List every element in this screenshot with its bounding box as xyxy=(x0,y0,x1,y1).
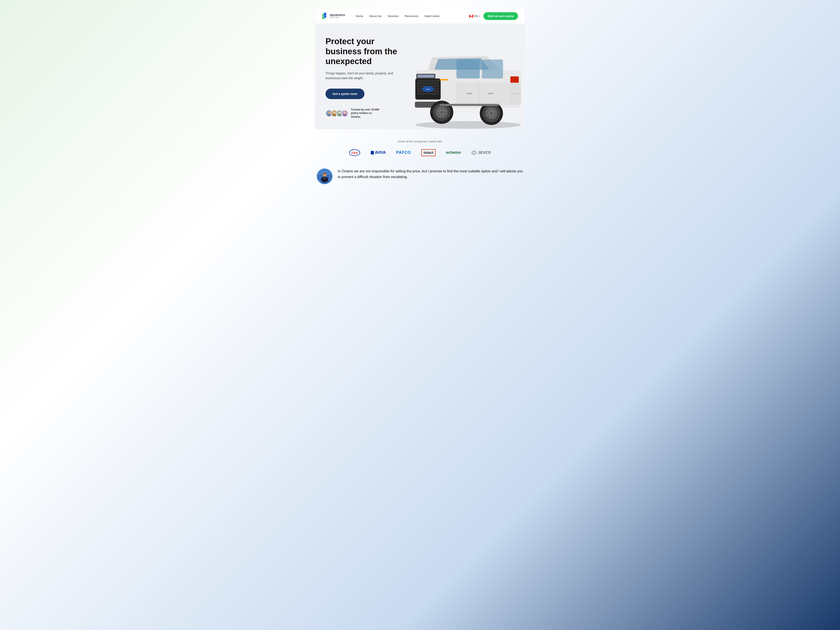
caa-logo: CAA xyxy=(349,149,360,156)
nav-resources[interactable]: Resources xyxy=(405,14,418,18)
hero-title: Protect your business from the unexpecte… xyxy=(325,36,411,66)
hero-content: Protect your business from the unexpecte… xyxy=(325,36,411,119)
companies-logos: CAA AVIVA PAFCO intact xyxy=(315,149,525,156)
nav-services[interactable]: Services xyxy=(388,14,399,18)
quote-section: In Ontario we are not responsible for se… xyxy=(315,169,525,184)
svg-rect-52 xyxy=(482,60,503,79)
get-quote-button[interactable]: Get a quote now! xyxy=(325,88,365,99)
jevco-text: JEVCO xyxy=(478,151,491,155)
nav-right: EN ▾ Start an auto quote xyxy=(469,12,518,20)
trust-area: Trusted by over 15,000 policy holders in… xyxy=(325,108,411,119)
svg-rect-4 xyxy=(469,15,470,17)
truck-svg: Ford xyxy=(407,41,525,129)
navbar: INSURANCE WITH JAY Home About me Service… xyxy=(315,9,525,24)
logo-text: INSURANCE WITH JAY xyxy=(330,14,345,19)
svg-marker-62 xyxy=(472,150,476,155)
svg-rect-23 xyxy=(417,83,439,85)
svg-rect-30 xyxy=(440,79,448,81)
companies-section: Some of the companies I work with: CAA A… xyxy=(315,140,525,156)
pafco-text: PAFCO xyxy=(396,150,411,155)
jevco-logo: JEVCO xyxy=(471,150,491,155)
avatar xyxy=(341,110,348,117)
brand-name: INSURANCE xyxy=(330,14,345,16)
jevco-icon xyxy=(471,150,477,155)
intact-logo: intact xyxy=(421,149,436,156)
companies-label: Some of the companies I work with: xyxy=(315,140,525,143)
page-wrapper: INSURANCE WITH JAY Home About me Service… xyxy=(315,9,525,184)
hero-section: Protect your business from the unexpecte… xyxy=(315,24,525,129)
aviva-text: AVIVA xyxy=(375,150,386,155)
svg-rect-22 xyxy=(417,80,439,82)
advisor-avatar xyxy=(317,169,333,184)
intact-text: intact xyxy=(423,150,433,155)
svg-point-17 xyxy=(344,111,346,114)
svg-rect-55 xyxy=(488,93,493,94)
caa-svg: CAA xyxy=(349,149,360,156)
nav-home[interactable]: Home xyxy=(356,14,363,18)
svg-point-11 xyxy=(333,111,336,114)
svg-text:CAA: CAA xyxy=(352,151,358,155)
advisor-avatar-svg xyxy=(317,169,332,183)
svg-rect-32 xyxy=(417,75,434,78)
svg-rect-27 xyxy=(417,93,439,95)
logo[interactable]: INSURANCE WITH JAY xyxy=(322,13,345,20)
svg-point-8 xyxy=(328,111,330,114)
aviva-square-icon xyxy=(371,151,374,155)
svg-rect-56 xyxy=(440,104,499,106)
svg-rect-5 xyxy=(472,15,473,17)
svg-marker-63 xyxy=(473,152,475,154)
svg-rect-51 xyxy=(456,60,480,79)
intact-wrapper: intact xyxy=(421,149,436,156)
svg-point-14 xyxy=(338,111,341,114)
logo-icon xyxy=(322,13,328,20)
aviva-logo: AVIVA xyxy=(371,150,386,155)
canada-flag xyxy=(469,15,474,17)
svg-point-19 xyxy=(415,121,521,129)
svg-rect-53 xyxy=(510,77,519,83)
echelon-logo: echelon xyxy=(446,150,461,155)
trust-text: Trusted by over 15,000 policy holders in… xyxy=(351,108,382,119)
svg-rect-61 xyxy=(371,151,374,155)
chevron-down-icon: ▾ xyxy=(479,15,480,17)
svg-rect-2 xyxy=(323,14,324,17)
language-selector[interactable]: EN ▾ xyxy=(469,15,480,18)
brand-subtitle: WITH JAY xyxy=(330,16,345,19)
hero-subtitle: Things happen, don't let your family, pr… xyxy=(325,71,395,81)
nav-about[interactable]: About me xyxy=(369,14,382,18)
svg-rect-54 xyxy=(467,93,472,94)
avatar-group xyxy=(325,110,348,117)
testimonial-quote: In Ontario we are not responsible for se… xyxy=(338,169,523,180)
nav-links: Home About me Services Resources Help Ce… xyxy=(356,14,462,18)
svg-text:Ford: Ford xyxy=(426,88,430,90)
echelon-text: echelon xyxy=(446,150,461,155)
pafco-logo: PAFCO xyxy=(396,150,411,155)
start-quote-button[interactable]: Start an auto quote xyxy=(483,12,518,20)
nav-help[interactable]: Help Centre xyxy=(425,14,439,18)
hero-truck-image: Ford xyxy=(393,41,525,129)
lang-label: EN xyxy=(474,15,478,18)
